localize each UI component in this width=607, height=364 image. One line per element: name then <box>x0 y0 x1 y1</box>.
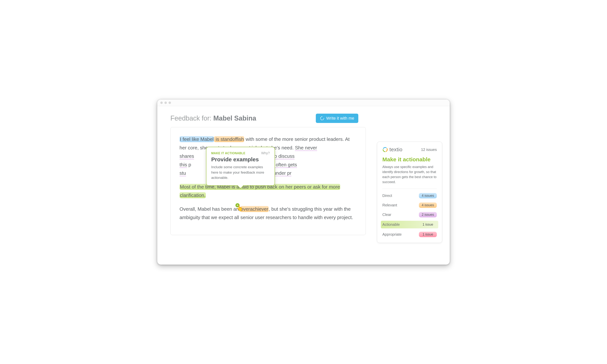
page-title-prefix: Feedback for: <box>170 114 213 122</box>
brand: textio <box>382 147 403 153</box>
traffic-light-zoom[interactable] <box>169 102 171 104</box>
category-count-badge: 2 issues <box>419 212 437 217</box>
pointer-cursor-icon: 👆 <box>236 205 243 211</box>
highlight-actionable[interactable]: Most of the time, Mabel is afraid to pus… <box>179 184 340 198</box>
text: Overall, Mabel has been an <box>179 206 240 212</box>
insights-card: textio 12 issues Make it actionable Alwa… <box>377 142 442 243</box>
popover-header: MAKE IT ACTIONABLE Why? <box>211 151 270 155</box>
category-label: Clear <box>382 213 391 217</box>
brand-name: textio <box>390 147 403 153</box>
category-direct[interactable]: Direct 4 issues <box>382 192 437 199</box>
write-button-label: Write it with me <box>326 116 354 121</box>
category-list: Direct 4 issues Relevant 4 issues Clear … <box>382 192 437 238</box>
write-with-me-button[interactable]: Write it with me <box>316 114 358 123</box>
textio-logo-icon <box>382 147 388 152</box>
sidebar-title: Make it actionable <box>382 156 437 163</box>
category-relevant[interactable]: Relevant 4 issues <box>382 202 437 209</box>
header-row: Feedback for: Mabel Sabina Write it with… <box>170 114 366 123</box>
category-count-badge: 4 issues <box>419 193 437 198</box>
sidebar-description: Always use specific examples and identif… <box>382 165 437 185</box>
popover-title: Provide examples <box>211 156 270 163</box>
divider <box>382 189 437 189</box>
category-label: Actionable <box>382 222 400 227</box>
category-clear[interactable]: Clear 2 issues <box>382 211 437 218</box>
popover-why-link[interactable]: Why? <box>261 151 270 155</box>
app-body: Feedback for: Mabel Sabina Write it with… <box>157 106 450 264</box>
highlight-direct[interactable]: I feel like Mabel <box>179 136 214 142</box>
category-count-badge: 1 issue <box>419 232 437 237</box>
page-title: Feedback for: Mabel Sabina <box>170 114 256 122</box>
category-actionable[interactable]: Actionable 1 issue <box>381 221 438 228</box>
text: need. <box>282 145 295 151</box>
paragraph-3: Overall, Mabel has been an overachiever,… <box>179 205 357 222</box>
category-label: Appropriate <box>382 232 402 237</box>
main-column: Feedback for: Mabel Sabina Write it with… <box>170 114 366 264</box>
window-titlebar <box>157 100 450 106</box>
spinner-icon <box>320 116 324 120</box>
popover-body: Include some concrete examples here to m… <box>211 165 270 181</box>
category-count-badge: 1 issue <box>419 222 437 227</box>
highlight-relevant[interactable]: is standoffish <box>214 136 244 142</box>
category-label: Relevant <box>382 203 397 207</box>
popover-category: MAKE IT ACTIONABLE <box>211 152 245 155</box>
total-issue-count: 12 issues <box>421 147 437 152</box>
brand-row: textio 12 issues <box>382 147 437 153</box>
sidebar-column: textio 12 issues Make it actionable Alwa… <box>377 114 442 264</box>
traffic-light-minimize[interactable] <box>164 102 167 104</box>
traffic-light-close[interactable] <box>160 102 163 104</box>
page-title-name: Mabel Sabina <box>213 114 256 122</box>
editor-card: I feel like Mabel is standoffish with so… <box>170 127 366 235</box>
app-window: Feedback for: Mabel Sabina Write it with… <box>157 99 450 265</box>
category-count-badge: 4 issues <box>419 203 437 208</box>
category-label: Direct <box>382 194 392 198</box>
highlight-relevant[interactable]: overachiever <box>240 206 269 212</box>
category-appropriate[interactable]: Appropriate 1 issue <box>382 231 437 238</box>
suggestion-popover: MAKE IT ACTIONABLE Why? Provide examples… <box>206 147 275 186</box>
